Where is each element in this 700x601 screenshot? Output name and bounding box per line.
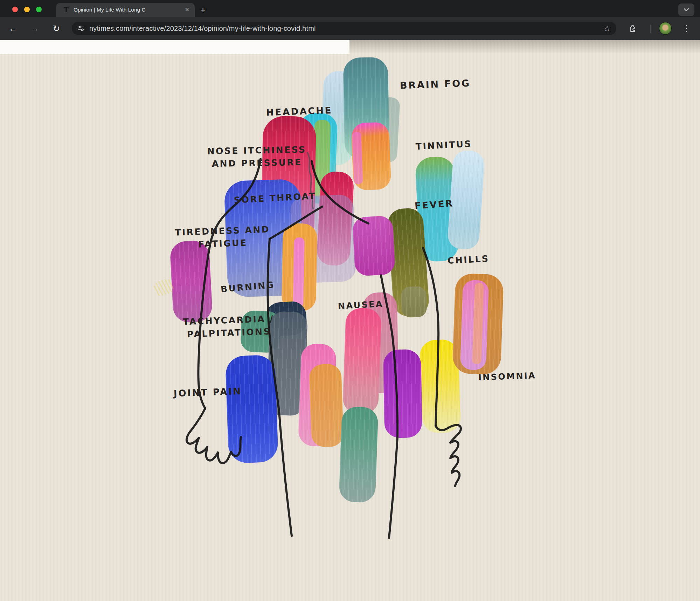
url-text[interactable]: nytimes.com/interactive/2023/12/14/opini… xyxy=(89,25,316,33)
tab-close-icon[interactable]: × xyxy=(183,6,191,14)
label-nose-itchiness: NOSE ITCHINESSAND PRESSURE xyxy=(207,144,306,170)
window-zoom-button[interactable] xyxy=(36,7,42,12)
nyt-favicon-icon: T xyxy=(62,6,70,14)
profile-avatar[interactable] xyxy=(659,22,672,35)
toolbar-divider xyxy=(650,25,651,33)
label-tiredness-fatigue: TIREDNESS ANDFATIGUE xyxy=(175,223,271,251)
right-hand-outline xyxy=(436,425,461,486)
tab-title-fade xyxy=(160,6,176,17)
label-insomnia: INSOMNIA xyxy=(478,369,536,384)
body-outline xyxy=(0,41,700,601)
label-tachycardia-palpitations: TACHYCARDIA /PALPITATIONS xyxy=(183,312,275,340)
address-bar[interactable]: nytimes.com/interactive/2023/12/14/opini… xyxy=(72,22,616,35)
label-brain-fog: BRAIN FOG xyxy=(400,76,471,92)
back-button[interactable]: ← xyxy=(7,22,19,34)
browser-menu-icon[interactable]: ⋮ xyxy=(682,22,691,34)
forward-button[interactable]: → xyxy=(29,22,41,34)
site-settings-icon[interactable] xyxy=(77,25,85,32)
reload-button[interactable]: ↻ xyxy=(50,22,62,34)
tab-strip: T Opinion | My Life With Long C × + xyxy=(0,0,700,17)
long-covid-illustration: BRAIN FOGHEADACHENOSE ITCHINESSAND PRESS… xyxy=(0,41,700,601)
page-content: BRAIN FOGHEADACHENOSE ITCHINESSAND PRESS… xyxy=(0,40,700,601)
label-headache: HEADACHE xyxy=(266,104,332,119)
extensions-icon[interactable] xyxy=(628,24,637,33)
window-minimize-button[interactable] xyxy=(24,7,30,12)
tab-title: Opinion | My Life With Long C xyxy=(74,7,172,13)
bookmark-star-icon[interactable]: ☆ xyxy=(603,24,611,33)
tab-search-button[interactable] xyxy=(678,4,694,16)
browser-toolbar: ← → ↻ nytimes.com/interactive/2023/12/14… xyxy=(0,17,700,40)
window-close-button[interactable] xyxy=(12,7,18,12)
label-nausea: NAUSEA xyxy=(338,298,383,312)
label-fever: FEVER xyxy=(414,197,454,213)
left-hand-outline xyxy=(187,408,241,463)
label-chills: CHILLS xyxy=(447,253,490,267)
label-joint-pain: JOINT PAIN xyxy=(173,385,242,400)
chevron-down-icon xyxy=(684,8,689,12)
new-tab-button[interactable]: + xyxy=(200,5,206,15)
browser-tab[interactable]: T Opinion | My Life With Long C × xyxy=(56,3,195,17)
